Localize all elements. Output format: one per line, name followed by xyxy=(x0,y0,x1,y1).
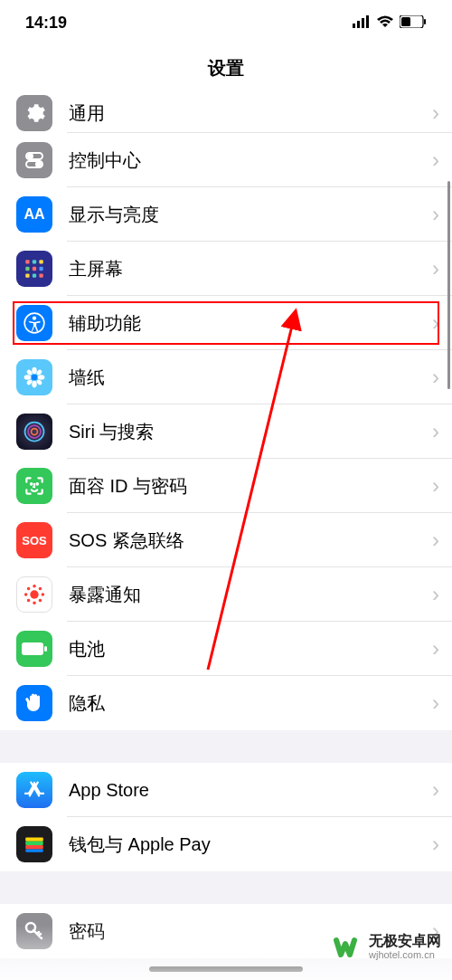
svg-rect-17 xyxy=(25,273,29,277)
row-label: App Store xyxy=(69,780,432,801)
svg-point-36 xyxy=(30,590,38,598)
svg-point-43 xyxy=(27,599,29,601)
watermark-title: 无极安卓网 xyxy=(369,932,441,949)
svg-point-21 xyxy=(33,316,36,319)
svg-point-41 xyxy=(27,587,29,589)
switches-icon xyxy=(16,142,52,178)
settings-group-1: 通用 › 控制中心 › AA 显示与亮度 › 主屏幕 › 辅助功能 › xyxy=(0,93,452,730)
svg-rect-5 xyxy=(401,17,410,26)
svg-point-26 xyxy=(38,375,45,379)
row-wallpaper[interactable]: 墙纸 › xyxy=(0,350,452,404)
row-label: 控制中心 xyxy=(69,148,432,173)
svg-rect-15 xyxy=(33,267,36,271)
svg-point-8 xyxy=(28,154,33,158)
row-control-center[interactable]: 控制中心 › xyxy=(0,133,452,187)
scroll-indicator[interactable] xyxy=(447,181,450,389)
svg-rect-12 xyxy=(33,260,36,263)
chevron-right-icon: › xyxy=(432,147,439,173)
sos-icon: SOS xyxy=(16,522,52,558)
home-indicator[interactable] xyxy=(149,966,303,972)
svg-point-37 xyxy=(33,585,35,587)
battery-icon xyxy=(16,631,52,667)
svg-point-38 xyxy=(33,602,35,604)
svg-point-22 xyxy=(32,375,38,381)
svg-rect-6 xyxy=(424,19,426,24)
page-title: 设置 xyxy=(0,36,452,93)
chevron-right-icon: › xyxy=(432,777,439,803)
chevron-right-icon: › xyxy=(432,419,439,444)
row-label: 钱包与 Apple Pay xyxy=(69,833,432,857)
chevron-right-icon: › xyxy=(432,310,439,336)
svg-rect-0 xyxy=(353,24,355,28)
row-label: 电池 xyxy=(69,637,432,661)
watermark-logo-icon xyxy=(333,931,363,962)
svg-point-24 xyxy=(32,381,36,388)
svg-point-39 xyxy=(25,594,27,595)
faceid-icon xyxy=(16,468,52,504)
row-label: 通用 xyxy=(69,101,432,126)
svg-point-32 xyxy=(28,425,41,438)
row-label: 主屏幕 xyxy=(69,257,432,281)
row-battery[interactable]: 电池 › xyxy=(0,622,452,676)
chevron-right-icon: › xyxy=(432,365,439,390)
chevron-right-icon: › xyxy=(432,582,439,607)
row-wallet[interactable]: 钱包与 Apple Pay › xyxy=(0,817,452,871)
row-label: Siri 与搜索 xyxy=(69,420,432,444)
svg-rect-19 xyxy=(39,273,42,277)
svg-point-25 xyxy=(24,375,32,379)
wifi-icon xyxy=(376,14,394,33)
row-home-screen[interactable]: 主屏幕 › xyxy=(0,242,452,296)
row-app-store[interactable]: App Store › xyxy=(0,763,452,817)
row-label: 隐私 xyxy=(69,691,432,716)
hand-icon xyxy=(16,685,52,721)
app-store-icon xyxy=(16,772,52,808)
chevron-right-icon: › xyxy=(432,202,439,227)
svg-rect-49 xyxy=(25,845,43,849)
svg-point-10 xyxy=(36,162,41,167)
watermark-url: wjhotel.com.cn xyxy=(369,949,441,961)
status-bar: 14:19 xyxy=(0,0,452,36)
svg-rect-13 xyxy=(39,260,42,263)
wallet-icon xyxy=(16,826,52,862)
chevron-right-icon: › xyxy=(432,690,439,716)
text-size-icon: AA xyxy=(16,196,52,233)
chevron-right-icon: › xyxy=(432,256,439,281)
svg-point-40 xyxy=(42,594,43,595)
svg-point-42 xyxy=(39,587,41,589)
battery-icon xyxy=(400,14,427,33)
row-label: 显示与亮度 xyxy=(69,203,432,227)
svg-rect-14 xyxy=(25,267,29,271)
row-sos[interactable]: SOS SOS 紧急联络 › xyxy=(0,513,452,567)
row-label: 面容 ID 与密码 xyxy=(69,474,432,499)
svg-rect-18 xyxy=(33,273,36,277)
chevron-right-icon: › xyxy=(432,636,439,661)
row-privacy[interactable]: 隐私 › xyxy=(0,676,452,730)
chevron-right-icon: › xyxy=(432,832,439,857)
exposure-icon xyxy=(16,576,52,613)
home-grid-icon xyxy=(16,251,52,287)
row-siri[interactable]: Siri 与搜索 › xyxy=(0,404,452,459)
svg-rect-46 xyxy=(44,646,47,652)
row-exposure[interactable]: 暴露通知 › xyxy=(0,567,452,622)
row-label: 墙纸 xyxy=(69,366,432,390)
svg-rect-48 xyxy=(25,842,43,845)
svg-rect-16 xyxy=(39,267,42,271)
svg-point-35 xyxy=(36,483,38,485)
row-label: 暴露通知 xyxy=(69,583,432,607)
chevron-right-icon: › xyxy=(432,473,439,499)
row-display[interactable]: AA 显示与亮度 › xyxy=(0,187,452,242)
svg-rect-45 xyxy=(22,642,43,655)
row-faceid[interactable]: 面容 ID 与密码 › xyxy=(0,459,452,513)
svg-rect-50 xyxy=(25,849,43,852)
key-icon xyxy=(16,913,52,949)
row-accessibility[interactable]: 辅助功能 › xyxy=(0,296,452,350)
watermark: 无极安卓网 wjhotel.com.cn xyxy=(333,931,441,962)
row-general[interactable]: 通用 › xyxy=(0,93,452,133)
flower-icon xyxy=(16,359,52,395)
gear-icon xyxy=(16,95,52,131)
svg-point-23 xyxy=(32,367,36,375)
status-icons xyxy=(353,14,427,33)
settings-group-2: App Store › 钱包与 Apple Pay › xyxy=(0,763,452,871)
signal-icon xyxy=(353,14,371,33)
svg-rect-2 xyxy=(362,18,364,28)
